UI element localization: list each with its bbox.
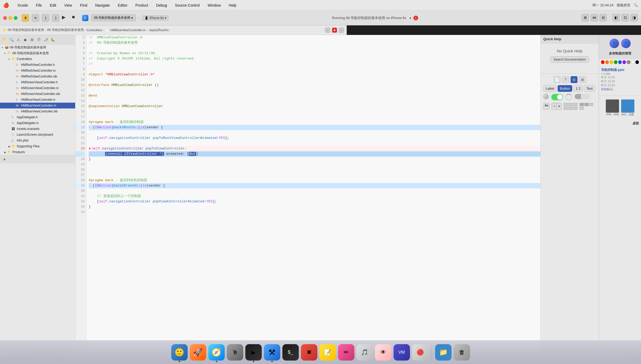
menu-help[interactable]: Help xyxy=(227,3,238,8)
menu-file[interactable]: File xyxy=(34,3,44,8)
view-toggle-right[interactable]: ◨ xyxy=(630,14,638,21)
dock-music-app[interactable]: 🎵 xyxy=(356,344,373,361)
prev-issue-btn[interactable]: ‹ xyxy=(325,28,330,33)
bug-icon[interactable]: 🐛 xyxy=(50,37,55,42)
color-dot-black[interactable] xyxy=(635,60,639,64)
editor-version[interactable]: ⊟ xyxy=(599,14,607,21)
dock-mouse[interactable]: 🖱 xyxy=(227,344,243,361)
attributes-inspector-btn[interactable]: ⊞ xyxy=(579,76,586,83)
magnifier-icon[interactable]: 🔍 xyxy=(9,37,14,42)
menu-source-control[interactable]: Source Control xyxy=(173,3,201,8)
breadcrumb-part-1[interactable]: 06-导航控制器的基本使用 xyxy=(8,28,44,32)
warning-icon[interactable]: ⚠ xyxy=(16,37,21,42)
tree-item-appdelegate-m[interactable]: m AppDelegate.m xyxy=(0,120,75,126)
menu-edit[interactable]: Edit xyxy=(48,3,58,8)
color-dot-yellow[interactable] xyxy=(610,60,613,64)
zoom-button[interactable] xyxy=(14,16,17,20)
device-selector[interactable]: 📱 iPhone 6s ▾ xyxy=(142,15,169,21)
tree-item-hmred-xib[interactable]: m HMRedViewController.xib xyxy=(0,74,75,79)
tree-item-launchscreen[interactable]: ⬡ LaunchScreen.storyboard xyxy=(0,132,75,138)
text-cell[interactable]: Aa xyxy=(543,103,549,110)
nav-back[interactable]: ⟨ xyxy=(42,14,49,22)
thumbnail-1[interactable] xyxy=(606,99,619,113)
dock-launchpad[interactable]: 🚀 xyxy=(190,344,206,361)
quick-help-btn[interactable]: ? xyxy=(562,76,569,83)
dock-finder[interactable]: 🙂 xyxy=(171,344,188,361)
menubar-search-icon[interactable]: 🔍 xyxy=(634,3,638,7)
search-documentation-button[interactable]: Search Documentation xyxy=(550,56,589,63)
identity-inspector-btn[interactable]: ⊙ xyxy=(571,76,577,83)
sidebar-toggle-left[interactable]: ≡ xyxy=(32,14,39,22)
tree-item-hmred-h[interactable]: h HMRedViewController.h xyxy=(0,62,75,68)
code-editor[interactable]: 2 3 4 5 6 7 8 9 10 11 12 13 14 15 16 17 … xyxy=(75,35,540,349)
tree-item-hmred-m[interactable]: m HMRedViewController.m xyxy=(0,68,75,74)
tree-item-hmblue-m[interactable]: m HMBlueViewController.m xyxy=(0,103,75,108)
dock-notes[interactable]: 📝 xyxy=(319,344,336,361)
thumbnail-item-1[interactable]: snip....png xyxy=(606,99,619,116)
thumbnail-item-2[interactable]: ios1...试题 xyxy=(621,99,634,116)
folder-icon[interactable]: 📁 xyxy=(2,37,7,42)
breadcrumb-part-4[interactable]: HMBlueViewController.m xyxy=(110,28,146,32)
dock-sourcetree[interactable]: ✖ xyxy=(301,344,317,361)
dock-quicktime[interactable]: ▶ xyxy=(245,344,262,361)
dock-chrome[interactable]: 🔴 xyxy=(412,344,428,361)
dock-vmware[interactable]: VM xyxy=(394,344,410,361)
color-dot-blue[interactable] xyxy=(618,60,622,64)
color-dot-orange[interactable] xyxy=(605,60,609,64)
tree-item-appdelegate-h[interactable]: h AppDelegate.h xyxy=(0,114,75,120)
menu-xcode[interactable]: Xcode xyxy=(16,3,30,8)
menu-product[interactable]: Product xyxy=(134,3,150,8)
tree-item-hmgreen-m[interactable]: m HMGreenViewController.m xyxy=(0,85,75,91)
color-dot-purple[interactable] xyxy=(622,60,626,64)
next-issue-btn[interactable]: › xyxy=(339,28,344,33)
label-widget-btn[interactable]: Label xyxy=(543,85,557,92)
dock-safari[interactable]: 🧭 xyxy=(208,344,225,361)
file-inspector-btn[interactable]: 📄 xyxy=(554,76,561,83)
branch-icon[interactable]: ⎇ xyxy=(43,37,48,42)
run-button[interactable]: ▶ xyxy=(62,14,69,22)
tree-item-assets[interactable]: 🖼 Assets.xcassets xyxy=(0,126,75,132)
menu-debug[interactable]: Debug xyxy=(155,3,169,8)
stop-button[interactable]: ■ xyxy=(72,14,79,22)
dock-preview[interactable]: 👁 xyxy=(375,344,391,361)
nav-forward[interactable]: ⟩ xyxy=(52,14,59,22)
tree-item-hmgreen-h[interactable]: h HMGreenViewController.h xyxy=(0,79,75,85)
breadcrumb-part-2[interactable]: 06-导航控制器的基本使用 xyxy=(47,28,83,32)
tree-item-hmblue-h[interactable]: h HMBlueViewController.h xyxy=(0,97,75,103)
color-dot-green[interactable] xyxy=(614,60,617,64)
tree-item-hmgreen-xib[interactable]: m HMGreenViewController.xib xyxy=(0,91,75,97)
tree-item-products[interactable]: ▶ 📁 Products xyxy=(0,149,75,155)
pause-button[interactable]: ⏸ xyxy=(22,14,29,22)
dock-xcode[interactable]: ⚒ xyxy=(264,344,280,361)
editor-standard[interactable]: ⊞ xyxy=(581,14,589,21)
dock-trash[interactable]: 🗑 xyxy=(454,344,470,361)
button-widget-btn[interactable]: Button xyxy=(558,85,572,92)
color-dot-red[interactable] xyxy=(601,60,604,64)
apple-menu[interactable]: 🍎 xyxy=(3,2,9,8)
grid-icon[interactable]: ⊞ xyxy=(30,37,34,42)
stepper-plus[interactable]: + xyxy=(557,103,561,109)
tree-item-plist[interactable]: p Info.plist xyxy=(0,138,75,143)
breadcrumb-part-3[interactable]: Controllers xyxy=(87,28,102,32)
tree-item-supporting[interactable]: ▶ 📁 Supporting Files xyxy=(0,143,75,149)
color-dot-gray[interactable] xyxy=(627,60,630,64)
tree-item-controllers[interactable]: ▾ 📁 Controllers xyxy=(0,56,75,62)
text-widget-btn[interactable]: Text xyxy=(584,85,595,92)
editor-assistant[interactable]: ⋈ xyxy=(590,14,598,21)
stepper-control[interactable]: − + xyxy=(552,103,562,110)
tree-item-root[interactable]: ▾ 📦 06-导航控制器的基本使用 xyxy=(0,44,75,50)
breadcrumb-part-5[interactable]: -back2RootVc: xyxy=(149,28,170,32)
close-button[interactable] xyxy=(3,16,7,20)
menu-navigate[interactable]: Navigate xyxy=(94,3,111,8)
radio-control[interactable] xyxy=(543,94,549,99)
color-dot-white[interactable] xyxy=(631,60,635,64)
menu-find[interactable]: Find xyxy=(78,3,89,8)
add-file-button[interactable]: + xyxy=(2,157,7,162)
menu-window[interactable]: Window xyxy=(206,3,222,8)
stepper-minus[interactable]: − xyxy=(552,103,557,109)
seg-widget-btn[interactable]: 1 2 xyxy=(573,85,583,92)
minimize-button[interactable] xyxy=(8,16,12,20)
scheme-selector[interactable]: 06-导航控制器的基本使用 ▾ xyxy=(91,15,136,21)
slider-control[interactable] xyxy=(575,94,590,99)
tree-item-folder1[interactable]: ▾ 📁 06-导航控制器的基本使用 xyxy=(0,50,75,56)
